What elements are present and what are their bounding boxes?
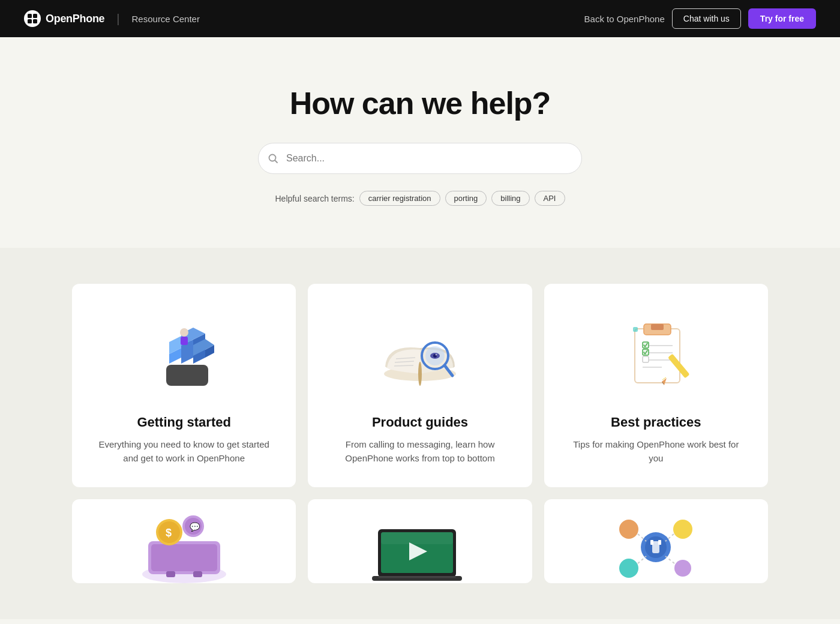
svg-rect-65 bbox=[650, 540, 653, 545]
back-to-openphone-link[interactable]: Back to OpenPhone bbox=[584, 14, 665, 24]
messaging-illustration: $ 💬 bbox=[72, 499, 296, 583]
page-heading: How can we help? bbox=[12, 85, 828, 121]
product-guides-illustration bbox=[372, 308, 468, 398]
svg-point-16 bbox=[180, 328, 188, 337]
nav-left: OpenPhone | Resource Center bbox=[24, 10, 200, 27]
getting-started-illustration bbox=[136, 308, 232, 398]
svg-rect-61 bbox=[381, 532, 453, 544]
video-illustration bbox=[308, 499, 532, 583]
nav-divider: | bbox=[116, 12, 119, 26]
card-getting-started-desc: Everything you need to know to get start… bbox=[94, 437, 274, 466]
search-tag-billing[interactable]: billing bbox=[491, 191, 529, 206]
svg-rect-31 bbox=[651, 324, 664, 330]
search-terms-label: Helpful search terms: bbox=[275, 194, 354, 203]
cards-section: Getting started Everything you need to k… bbox=[0, 248, 840, 619]
svg-rect-60 bbox=[378, 576, 456, 578]
card-product-guides-title: Product guides bbox=[372, 415, 468, 430]
svg-line-74 bbox=[665, 556, 674, 563]
card-getting-started[interactable]: Getting started Everything you need to k… bbox=[72, 284, 296, 487]
try-for-free-button[interactable]: Try for free bbox=[748, 8, 816, 29]
svg-rect-53 bbox=[166, 571, 175, 577]
svg-line-5 bbox=[275, 161, 278, 163]
svg-text:💬: 💬 bbox=[190, 522, 200, 532]
svg-rect-1 bbox=[33, 14, 37, 18]
svg-rect-43 bbox=[633, 327, 638, 332]
svg-point-19 bbox=[418, 362, 422, 386]
search-terms-container: Helpful search terms: carrier registrati… bbox=[12, 191, 828, 206]
resource-center-label: Resource Center bbox=[132, 14, 200, 24]
svg-point-67 bbox=[619, 520, 638, 539]
logo-icon bbox=[24, 10, 41, 27]
svg-rect-38 bbox=[643, 356, 649, 362]
svg-rect-17 bbox=[181, 337, 188, 345]
search-container bbox=[258, 143, 582, 174]
logo-wordmark: OpenPhone bbox=[46, 13, 104, 25]
integrations-illustration bbox=[544, 499, 768, 583]
cards-grid: Getting started Everything you need to k… bbox=[72, 284, 768, 487]
svg-rect-46 bbox=[151, 544, 217, 571]
svg-point-69 bbox=[673, 520, 692, 539]
svg-rect-54 bbox=[193, 571, 202, 577]
cards-grid-bottom: $ 💬 bbox=[72, 499, 768, 619]
search-icon bbox=[268, 153, 278, 164]
search-tag-carrier-registration[interactable]: carrier registration bbox=[359, 191, 440, 206]
best-practices-illustration bbox=[608, 308, 704, 398]
card-video[interactable] bbox=[308, 499, 532, 583]
card-best-practices-desc: Tips for making OpenPhone work best for … bbox=[566, 437, 746, 466]
svg-text:$: $ bbox=[166, 527, 172, 539]
svg-point-28 bbox=[435, 354, 437, 356]
svg-rect-3 bbox=[33, 19, 37, 23]
svg-point-71 bbox=[619, 559, 638, 578]
svg-rect-6 bbox=[166, 365, 208, 386]
nav-right: Back to OpenPhone Chat with us Try for f… bbox=[584, 8, 816, 29]
svg-rect-0 bbox=[28, 14, 32, 18]
card-best-practices[interactable]: Best practices Tips for making OpenPhone… bbox=[544, 284, 768, 487]
svg-point-4 bbox=[269, 155, 276, 161]
svg-point-73 bbox=[674, 560, 691, 577]
card-integrations[interactable] bbox=[544, 499, 768, 583]
logo[interactable]: OpenPhone bbox=[24, 10, 104, 27]
svg-line-22 bbox=[394, 365, 413, 366]
card-product-guides-desc: From calling to messaging, learn how Ope… bbox=[329, 437, 510, 466]
card-getting-started-title: Getting started bbox=[137, 415, 230, 430]
hero-section: How can we help? Helpful search terms: c… bbox=[0, 37, 840, 248]
search-tag-api[interactable]: API bbox=[535, 191, 565, 206]
search-tag-porting[interactable]: porting bbox=[445, 191, 487, 206]
chat-with-us-button[interactable]: Chat with us bbox=[672, 8, 741, 29]
navigation: OpenPhone | Resource Center Back to Open… bbox=[0, 0, 840, 37]
card-product-guides[interactable]: Product guides From calling to messaging… bbox=[308, 284, 532, 487]
card-messaging[interactable]: $ 💬 bbox=[72, 499, 296, 583]
svg-rect-66 bbox=[658, 540, 661, 545]
search-input[interactable] bbox=[258, 143, 582, 174]
svg-rect-2 bbox=[28, 19, 32, 23]
card-best-practices-title: Best practices bbox=[611, 415, 701, 430]
